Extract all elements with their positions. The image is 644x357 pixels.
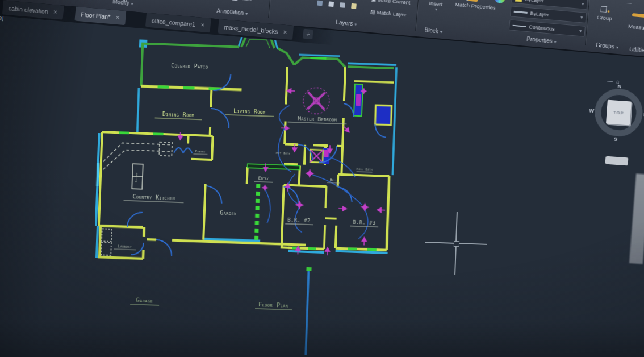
- ribbon-minimize-icon[interactable]: —: [626, 0, 632, 6]
- chevron-down-icon: ▾: [440, 30, 442, 35]
- room-label-master-bath: Mst Bath: [276, 151, 291, 155]
- lineweight-sample: [514, 11, 528, 14]
- table-icon: ▦: [232, 0, 239, 1]
- color-swatch: [515, 0, 522, 2]
- make-current-label: Make Current: [378, 0, 411, 6]
- layer-icon[interactable]: [340, 2, 345, 8]
- autocad-window: { "ui": { "caret": "▾", "close_glyph": "…: [0, 0, 644, 357]
- new-tab-button[interactable]: +: [303, 29, 313, 39]
- panel-label-block[interactable]: Block▾: [415, 26, 452, 36]
- match-properties-button[interactable]: Match Properties: [455, 0, 490, 10]
- layer-icon[interactable]: [351, 3, 357, 9]
- crosshair-pickbox: [454, 241, 459, 247]
- panel-label-layers[interactable]: Layers▾: [324, 18, 370, 28]
- room-label-br2: B.R. #2: [287, 217, 311, 223]
- group-button[interactable]: ❐● Group: [593, 4, 617, 22]
- panel-label-properties-text: Properties: [526, 36, 553, 44]
- match-layer-icon: ▨: [370, 9, 377, 15]
- crosshair-cursor: [424, 211, 488, 276]
- chevron-down-icon: ▾: [582, 1, 584, 6]
- chevron-down-icon: ▾: [424, 6, 448, 14]
- file-tab-label: mass_model_blocks: [224, 23, 278, 35]
- insert-button[interactable]: Insert ▾: [423, 0, 450, 14]
- chevron-down-icon: ▾: [616, 45, 618, 50]
- file-tab-label: cabin elevation: [8, 5, 48, 15]
- room-label-pantry: Pantry: [195, 150, 206, 153]
- linetype-value: Continuous: [529, 24, 555, 32]
- layer-state-icons[interactable]: [317, 0, 358, 10]
- table-button[interactable]: ▦ Table: [231, 0, 253, 3]
- island-label: Island: [135, 172, 139, 182]
- panel-label-groups-text: Groups: [596, 42, 615, 50]
- chevron-down-icon: ▾: [354, 22, 357, 27]
- room-label-garage: Garage: [136, 297, 153, 304]
- match-properties-icon: [466, 0, 478, 2]
- layer-icon[interactable]: [317, 1, 323, 6]
- room-label-hall-bath: Hall Bath: [357, 167, 373, 171]
- panel-label-annotation-text: Annotation: [216, 7, 244, 16]
- panel-label-block-text: Block: [424, 27, 438, 34]
- measure-button[interactable]: Measure▾: [626, 23, 644, 32]
- match-layer-label: Match Layer: [377, 9, 407, 18]
- file-tab-label: office_compare1: [151, 17, 195, 28]
- chevron-down-icon: ▾: [245, 11, 248, 16]
- room-label-entry: Entry: [258, 176, 269, 181]
- close-icon[interactable]: ✕: [200, 22, 205, 28]
- panel-label-modify[interactable]: Modify▾: [100, 0, 146, 7]
- chevron-down-icon: ▾: [131, 1, 133, 6]
- panel-separator: [268, 0, 273, 18]
- table-button-label: Table: [239, 0, 253, 2]
- room-label-garden: Garden: [220, 210, 237, 217]
- panel-label-layers-text: Layers: [336, 19, 353, 27]
- chevron-down-icon: ▾: [554, 39, 557, 44]
- linetype-sample: [513, 24, 526, 27]
- close-icon[interactable]: ✕: [283, 29, 287, 35]
- match-layer-button[interactable]: ▨ Match Layer: [370, 9, 407, 18]
- room-label-laundry: Laundry: [118, 244, 132, 249]
- room-label-br3: B.R. #3: [353, 219, 376, 226]
- measure-label: Measure: [628, 23, 644, 31]
- chevron-down-icon: ▾: [579, 28, 582, 34]
- object-color-value: ByLayer: [525, 0, 544, 3]
- panel-label-modify-text: Modify: [112, 0, 129, 6]
- insert-label: Insert: [429, 0, 443, 7]
- room-label-hall: Hall: [330, 177, 337, 181]
- file-tab-label: Floor Plan*: [81, 11, 111, 20]
- close-icon[interactable]: ✕: [115, 14, 120, 20]
- room-label-country-kitchen: Country Kitchen: [132, 193, 175, 201]
- group-label: Group: [597, 14, 612, 21]
- panel-label-properties[interactable]: Properties▾: [516, 35, 567, 45]
- chevron-down-icon: ▾: [580, 15, 583, 20]
- drawing-title: Floor Plan: [258, 301, 288, 309]
- close-icon[interactable]: ✕: [53, 9, 57, 15]
- make-current-button[interactable]: ▣ Make Current: [371, 0, 411, 6]
- color-wheel-icon[interactable]: [494, 0, 506, 3]
- layer-icon[interactable]: [328, 1, 334, 7]
- panel-label-groups[interactable]: Groups▾: [587, 41, 628, 51]
- panel-label-utilities-text: Utilities: [629, 46, 644, 54]
- right-edge-palette-strip[interactable]: [629, 173, 644, 264]
- measure-icon: [632, 13, 644, 18]
- panel-label-annotation[interactable]: Annotation▾: [204, 6, 261, 18]
- panel-label-utilities[interactable]: Utilities▾: [623, 45, 644, 55]
- lineweight-value: ByLayer: [530, 10, 549, 18]
- match-properties-label: Match Properties: [455, 1, 496, 11]
